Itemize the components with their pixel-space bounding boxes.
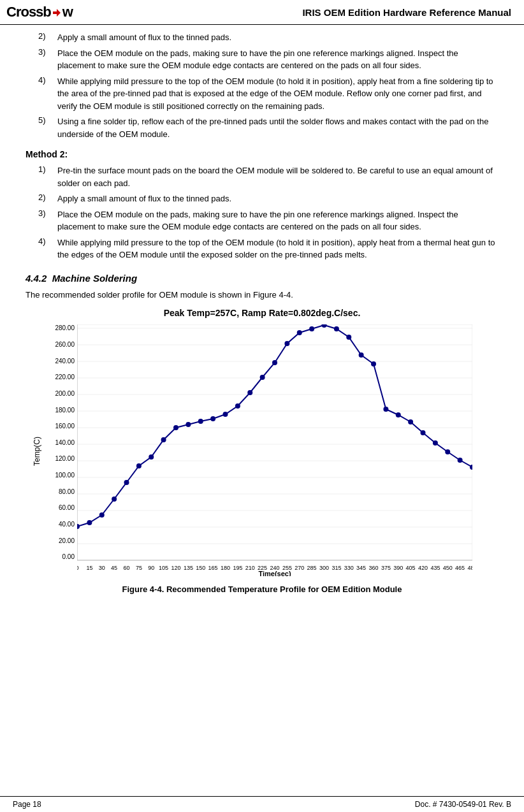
y-tick: 240.00 bbox=[48, 358, 75, 365]
y-tick: 140.00 bbox=[48, 439, 75, 446]
svg-rect-1 bbox=[77, 324, 472, 560]
svg-point-49 bbox=[458, 458, 463, 463]
svg-text:Time(sec): Time(sec) bbox=[258, 570, 291, 576]
svg-point-26 bbox=[173, 425, 178, 430]
svg-text:45: 45 bbox=[111, 565, 117, 571]
svg-point-28 bbox=[198, 419, 203, 424]
section-title: Machine Soldering bbox=[52, 273, 137, 284]
y-tick: 40.00 bbox=[48, 521, 75, 528]
svg-text:165: 165 bbox=[208, 565, 218, 571]
list-text: Place the OEM module on the pads, making… bbox=[57, 208, 499, 233]
chart-wrap: Temp(C) 0.00 20.00 40.00 60.00 80.00 100… bbox=[33, 324, 491, 578]
logo-cross: Cross bbox=[6, 4, 43, 20]
svg-text:450: 450 bbox=[443, 565, 453, 571]
svg-text:195: 195 bbox=[233, 565, 242, 571]
logo-bow: b bbox=[43, 4, 50, 20]
svg-text:15: 15 bbox=[86, 565, 92, 571]
list-num: 5) bbox=[38, 115, 57, 140]
svg-text:390: 390 bbox=[393, 565, 403, 571]
list-num: 2) bbox=[38, 192, 57, 205]
svg-text:60: 60 bbox=[123, 565, 129, 571]
svg-text:435: 435 bbox=[430, 565, 440, 571]
list-item: 3) Place the OEM module on the pads, mak… bbox=[38, 208, 499, 233]
svg-text:150: 150 bbox=[196, 565, 205, 571]
svg-point-42 bbox=[371, 361, 376, 366]
svg-text:375: 375 bbox=[381, 565, 391, 571]
logo-area: Crossbw bbox=[6, 4, 73, 20]
svg-point-29 bbox=[210, 416, 215, 421]
chart-svg-container: 0 15 30 45 60 75 90 105 120 135 150 165 … bbox=[77, 324, 472, 578]
method2-heading: Method 2: bbox=[25, 149, 499, 159]
method1-list: 2) Apply a small amount of flux to the t… bbox=[38, 31, 499, 140]
svg-text:420: 420 bbox=[418, 565, 428, 571]
list-text: While applying mild pressure to the top … bbox=[57, 236, 499, 261]
svg-text:360: 360 bbox=[368, 565, 378, 571]
footer-page: Page 18 bbox=[13, 800, 41, 809]
list-item: 1) Pre-tin the surface mount pads on the… bbox=[38, 164, 499, 189]
list-text: Pre-tin the surface mount pads on the bo… bbox=[57, 164, 499, 189]
svg-text:300: 300 bbox=[319, 565, 329, 571]
list-num: 1) bbox=[38, 164, 57, 189]
section-heading: 4.4.2 Machine Soldering bbox=[25, 273, 499, 284]
list-text: While applying mild pressure to the top … bbox=[57, 75, 499, 113]
svg-point-32 bbox=[247, 390, 252, 395]
section-num: 4.4.2 bbox=[25, 273, 47, 284]
y-tick: 0.00 bbox=[48, 553, 75, 560]
logo-arrow-icon bbox=[52, 8, 62, 18]
svg-point-45 bbox=[408, 419, 413, 424]
svg-point-24 bbox=[149, 454, 154, 460]
list-text: Apply a small amount of flux to the tinn… bbox=[57, 192, 499, 205]
list-text: Place the OEM module on the pads, making… bbox=[57, 47, 499, 72]
svg-point-40 bbox=[346, 335, 351, 340]
y-tick: 220.00 bbox=[48, 373, 75, 381]
list-num: 3) bbox=[38, 208, 57, 233]
y-tick: 80.00 bbox=[48, 488, 75, 495]
svg-point-30 bbox=[223, 412, 228, 417]
svg-text:135: 135 bbox=[184, 565, 193, 571]
svg-text:75: 75 bbox=[136, 565, 142, 571]
logo-text: Crossbw bbox=[6, 4, 73, 20]
page-header: Crossbw IRIS OEM Edition Hardware Refere… bbox=[0, 0, 524, 25]
list-item: 2) Apply a small amount of flux to the t… bbox=[38, 192, 499, 205]
list-item: 4) While applying mild pressure to the t… bbox=[38, 75, 499, 113]
svg-point-25 bbox=[161, 437, 166, 442]
svg-text:0: 0 bbox=[77, 565, 79, 571]
y-tick: 100.00 bbox=[48, 472, 75, 479]
method2-list: 1) Pre-tin the surface mount pads on the… bbox=[38, 164, 499, 261]
y-tick: 260.00 bbox=[48, 341, 75, 348]
y-ticks: 0.00 20.00 40.00 60.00 80.00 100.00 120.… bbox=[48, 324, 77, 560]
svg-point-43 bbox=[383, 407, 388, 412]
list-item: 5) Using a fine solder tip, reflow each … bbox=[38, 115, 499, 140]
svg-text:90: 90 bbox=[148, 565, 154, 571]
chart-container: Peak Temp=257C, Ramp Rate=0.802deg.C/sec… bbox=[33, 308, 491, 578]
svg-text:285: 285 bbox=[307, 565, 317, 571]
chart-title: Peak Temp=257C, Ramp Rate=0.802deg.C/sec… bbox=[33, 308, 491, 318]
svg-point-33 bbox=[260, 375, 265, 380]
svg-text:405: 405 bbox=[406, 565, 416, 571]
svg-text:480: 480 bbox=[467, 565, 472, 571]
svg-point-44 bbox=[396, 412, 401, 417]
svg-point-23 bbox=[136, 463, 142, 468]
svg-text:330: 330 bbox=[344, 565, 354, 571]
list-num: 2) bbox=[38, 31, 57, 44]
main-content: 2) Apply a small amount of flux to the t… bbox=[0, 25, 524, 607]
svg-text:465: 465 bbox=[455, 565, 465, 571]
list-num: 4) bbox=[38, 236, 57, 261]
svg-point-47 bbox=[433, 440, 438, 446]
svg-text:105: 105 bbox=[159, 565, 168, 571]
figure-caption: Figure 4-4. Recommended Temperature Prof… bbox=[25, 584, 499, 594]
svg-point-48 bbox=[445, 449, 450, 454]
svg-text:315: 315 bbox=[331, 565, 341, 571]
y-tick: 160.00 bbox=[48, 423, 75, 430]
svg-point-39 bbox=[334, 326, 339, 331]
y-tick: 200.00 bbox=[48, 390, 75, 397]
y-tick: 180.00 bbox=[48, 407, 75, 414]
list-item: 2) Apply a small amount of flux to the t… bbox=[38, 31, 499, 44]
y-tick: 60.00 bbox=[48, 504, 75, 511]
y-axis-label: Temp(C) bbox=[33, 324, 45, 578]
intro-text: The recommended solder profile for OEM m… bbox=[25, 289, 499, 302]
page-footer: Page 18 Doc. # 7430-0549-01 Rev. B bbox=[0, 796, 524, 812]
svg-text:210: 210 bbox=[245, 565, 255, 571]
svg-point-36 bbox=[297, 330, 302, 335]
svg-text:30: 30 bbox=[99, 565, 105, 571]
